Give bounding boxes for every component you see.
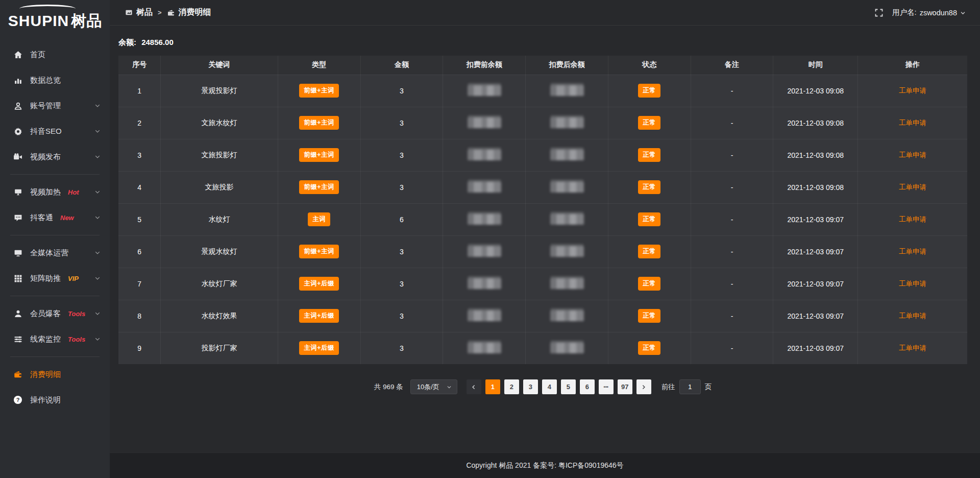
table-row: 1景观投影灯前缀+主词3正常-2021-12-03 09:08工单申请 [118,75,967,107]
brand-logo-text-cn: 树品 [71,11,102,32]
blurred-value [550,310,584,321]
sidebar-item-matrix-boost[interactable]: 矩阵助推VIP [0,266,110,291]
work-order-link[interactable]: 工单申请 [899,344,926,352]
sidebar-item-label: 操作说明 [30,395,61,405]
goto-suffix: 页 [705,383,712,392]
sidebar-item-account-management[interactable]: 账号管理 [0,93,110,118]
cell-balance-before [443,268,526,300]
page-number-button[interactable]: 97 [618,379,632,394]
goto-page-input[interactable] [679,379,701,394]
blurred-value [468,343,501,353]
sidebar-item-video-heat[interactable]: 视频加热Hot [0,179,110,205]
cell-time: 2021-12-03 09:07 [773,300,858,332]
work-order-link[interactable]: 工单申请 [899,216,926,223]
content-area: 树品 > 消费明细 用户名: zswodun88 [110,0,980,478]
page-number-button[interactable]: 6 [580,379,595,394]
sidebar-item-video-publish[interactable]: 视频发布 [0,144,110,170]
balance-display: 余额: 24856.00 [118,26,967,56]
cell-balance-after [526,171,608,203]
sidebar-item-home[interactable]: 首页 [0,42,110,67]
goto-label: 前往 [662,383,675,392]
top-bar: 树品 > 消费明细 用户名: zswodun88 [110,0,980,26]
cell-index: 8 [118,300,161,332]
column-header: 扣费前余额 [443,56,526,75]
chevron-down-icon [94,103,101,109]
sidebar-item-clue-monitor[interactable]: 线索监控Tools [0,326,110,352]
cell-action: 工单申请 [858,171,968,203]
chevron-down-icon [94,336,101,342]
page-number-button[interactable]: 5 [561,379,576,394]
type-badge: 前缀+主词 [299,148,339,162]
work-order-link[interactable]: 工单申请 [899,248,926,255]
cell-remark: - [691,268,773,300]
page-number-button[interactable]: 4 [542,379,557,394]
cell-keyword: 文旅水纹灯 [161,107,278,139]
cell-amount: 3 [360,332,443,364]
page-number-button[interactable]: 1 [485,379,500,394]
work-order-link[interactable]: 工单申请 [899,151,926,159]
chevron-down-icon [960,10,966,16]
page-number-button[interactable]: 3 [523,379,538,394]
sidebar-item-all-media[interactable]: 全媒体运营 [0,240,110,266]
cell-balance-after [526,268,608,300]
cell-index: 4 [118,171,161,203]
type-badge: 主词+后缀 [299,277,339,291]
sidebar-item-consumption-detail[interactable]: 消费明细 [0,362,110,387]
work-order-link[interactable]: 工单申请 [899,183,926,191]
user-menu[interactable]: 用户名: zswodun88 [892,8,966,17]
blurred-value [550,150,584,160]
cell-amount: 3 [360,75,443,107]
cell-type: 主词+后缀 [278,300,360,332]
page-ellipsis-button[interactable]: ••• [599,379,614,394]
page-size-select[interactable]: 10条/页 [410,379,457,394]
pagination-total: 共 969 条 [374,383,403,392]
sidebar-item-label: 抖音SEO [30,127,62,136]
prev-page-button[interactable] [467,379,481,394]
cell-keyword: 水纹灯 [161,203,278,235]
breadcrumb-item-current[interactable]: 消费明细 [167,7,211,18]
monitor-icon [13,248,22,257]
page-number-button[interactable]: 2 [504,379,519,394]
cell-amount: 3 [360,300,443,332]
cell-amount: 3 [360,107,443,139]
table-row: 8水纹灯效果主词+后缀3正常-2021-12-03 09:07工单申请 [118,300,967,332]
sidebar-menu: 首页数据总览账号管理抖音SEO视频发布视频加热Hot抖客通New全媒体运营矩阵助… [0,42,110,413]
sidebar-item-label: 消费明细 [30,370,61,379]
sidebar-item-douketong[interactable]: 抖客通New [0,205,110,230]
sidebar-item-data-overview[interactable]: 数据总览 [0,67,110,93]
sidebar-item-label: 会员爆客 [30,309,61,319]
fullscreen-icon[interactable] [875,9,883,17]
next-page-button[interactable] [636,379,651,394]
breadcrumb-item-home[interactable]: 树品 [125,7,153,18]
type-badge: 前缀+主词 [299,245,339,258]
cell-type: 主词 [278,203,360,235]
wallet-icon [13,370,22,379]
sidebar-item-douyin-seo[interactable]: 抖音SEO [0,118,110,144]
cell-time: 2021-12-03 09:07 [773,235,858,268]
cell-balance-before [443,139,526,171]
cell-index: 1 [118,75,161,107]
cell-keyword: 水纹灯效果 [161,300,278,332]
chevron-down-icon [94,214,101,221]
goto-page: 前往 页 [662,379,712,394]
cell-balance-after [526,203,608,235]
sidebar-item-badge: Hot [68,188,79,196]
sidebar-item-member-burst[interactable]: 会员爆客Tools [0,301,110,326]
work-order-link[interactable]: 工单申请 [899,119,926,127]
work-order-link[interactable]: 工单申请 [899,87,926,94]
cell-time: 2021-12-03 09:08 [773,171,858,203]
cell-keyword: 景观水纹灯 [161,235,278,268]
cell-type: 主词+后缀 [278,268,360,300]
sidebar: SHUPIN 树品 首页数据总览账号管理抖音SEO视频发布视频加热Hot抖客通N… [0,0,110,478]
column-header: 类型 [278,56,360,75]
table-row: 2文旅水纹灯前缀+主词3正常-2021-12-03 09:08工单申请 [118,107,967,139]
home-icon [13,50,22,59]
sidebar-item-instructions[interactable]: ?操作说明 [0,387,110,413]
screen-stand-icon [13,187,22,197]
sidebar-divider [10,235,100,235]
work-order-link[interactable]: 工单申请 [899,312,926,320]
cell-status: 正常 [608,203,691,235]
blurred-value [468,310,501,321]
column-header: 扣费后余额 [526,56,608,75]
work-order-link[interactable]: 工单申请 [899,280,926,288]
